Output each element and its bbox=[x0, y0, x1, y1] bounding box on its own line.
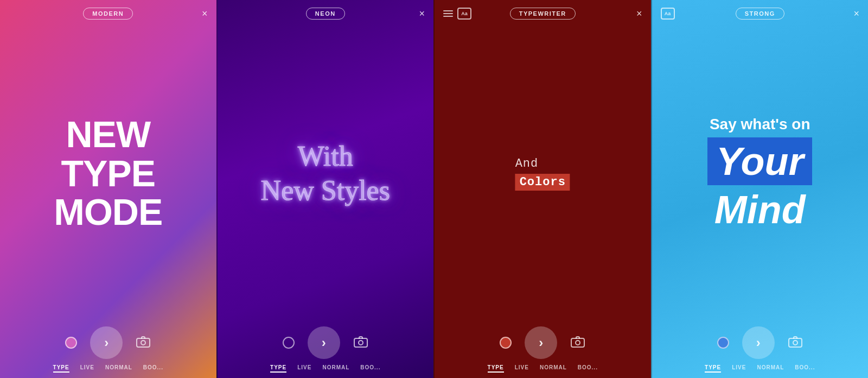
strong-highlight-box: Your bbox=[707, 137, 812, 185]
panel-typewriter: Aa TYPEWRITER × And Colors › TYPE LIVE N… bbox=[433, 0, 651, 378]
bottom-controls-neon: › bbox=[218, 320, 434, 362]
nav-boomerang-strong[interactable]: BOO... bbox=[795, 364, 815, 373]
and-text: And bbox=[515, 157, 570, 171]
next-icon-modern: › bbox=[104, 335, 108, 350]
color-dot-strong[interactable] bbox=[717, 337, 729, 349]
top-bar-neon: NEON × bbox=[218, 0, 434, 27]
nav-normal-modern[interactable]: NORMAL bbox=[105, 364, 132, 373]
strong-subtitle: Say what's on bbox=[707, 116, 812, 133]
camera-icon-modern[interactable] bbox=[136, 337, 151, 349]
next-button-strong[interactable]: › bbox=[742, 326, 775, 359]
color-dot-modern[interactable] bbox=[65, 337, 77, 349]
strong-main-text: Your bbox=[716, 140, 803, 183]
panel-neon: NEON × With New Styles › TYPE LIVE NORMA… bbox=[216, 0, 434, 378]
next-icon-neon: › bbox=[322, 335, 326, 350]
nav-live-typewriter[interactable]: LIVE bbox=[515, 364, 529, 373]
style-badge-strong: STRONG bbox=[736, 8, 784, 20]
next-icon-strong: › bbox=[756, 335, 761, 350]
close-button-strong[interactable]: × bbox=[853, 9, 859, 18]
close-button-neon[interactable]: × bbox=[419, 9, 425, 18]
close-button-typewriter[interactable]: × bbox=[636, 9, 642, 18]
nav-boomerang-neon[interactable]: BOO... bbox=[360, 364, 380, 373]
content-typewriter: And Colors bbox=[435, 27, 651, 320]
nav-type-neon[interactable]: TYPE bbox=[270, 364, 286, 373]
next-button-typewriter[interactable]: › bbox=[525, 326, 557, 359]
main-text-neon: With New Styles bbox=[261, 140, 390, 207]
bottom-nav-neon: TYPE LIVE NORMAL BOO... bbox=[218, 362, 434, 378]
nav-live-strong[interactable]: LIVE bbox=[732, 364, 746, 373]
nav-live-neon[interactable]: LIVE bbox=[297, 364, 311, 373]
nav-type-modern[interactable]: TYPE bbox=[53, 364, 69, 373]
color-dot-neon[interactable] bbox=[283, 337, 295, 349]
top-icons-typewriter: Aa bbox=[443, 8, 471, 20]
camera-icon-neon[interactable] bbox=[353, 337, 368, 349]
next-button-neon[interactable]: › bbox=[308, 326, 340, 359]
nav-boomerang-modern[interactable]: BOO... bbox=[143, 364, 163, 373]
camera-icon-typewriter[interactable] bbox=[570, 337, 585, 349]
top-bar-strong: Aa STRONG × bbox=[652, 0, 869, 27]
colors-text: Colors bbox=[515, 174, 570, 191]
aa-icon-strong: Aa bbox=[661, 8, 675, 20]
bottom-controls-strong: › bbox=[652, 320, 869, 362]
main-text-typewriter: And Colors bbox=[515, 157, 570, 191]
bottom-controls-modern: › bbox=[0, 320, 216, 362]
bottom-controls-typewriter: › bbox=[435, 320, 651, 362]
style-badge-typewriter: TYPEWRITER bbox=[510, 8, 576, 20]
panel-modern: MODERN × NEW TYPE MODE › TYPE LIVE NORMA… bbox=[0, 0, 216, 378]
nav-normal-typewriter[interactable]: NORMAL bbox=[540, 364, 567, 373]
bottom-nav-typewriter: TYPE LIVE NORMAL BOO... bbox=[435, 362, 651, 378]
aa-icon-typewriter: Aa bbox=[457, 8, 471, 20]
nav-normal-neon[interactable]: NORMAL bbox=[322, 364, 349, 373]
next-icon-typewriter: › bbox=[539, 335, 543, 350]
color-dot-typewriter[interactable] bbox=[500, 337, 512, 349]
top-bar-modern: MODERN × bbox=[0, 0, 216, 27]
close-button-modern[interactable]: × bbox=[202, 9, 208, 18]
main-text-modern: NEW TYPE MODE bbox=[54, 115, 162, 231]
top-icons-strong: Aa bbox=[661, 8, 675, 20]
nav-normal-strong[interactable]: NORMAL bbox=[757, 364, 784, 373]
bottom-nav-modern: TYPE LIVE NORMAL BOO... bbox=[0, 362, 216, 378]
style-badge-neon: NEON bbox=[306, 8, 345, 20]
lines-icon-typewriter bbox=[443, 10, 453, 17]
panel-strong: Aa STRONG × Say what's on Your Mind › TY… bbox=[651, 0, 869, 378]
nav-boomerang-typewriter[interactable]: BOO... bbox=[578, 364, 598, 373]
nav-type-typewriter[interactable]: TYPE bbox=[488, 364, 504, 373]
nav-live-modern[interactable]: LIVE bbox=[80, 364, 94, 373]
content-modern: NEW TYPE MODE bbox=[0, 27, 216, 320]
style-badge-modern: MODERN bbox=[83, 8, 133, 20]
nav-type-strong[interactable]: TYPE bbox=[705, 364, 721, 373]
content-strong: Say what's on Your Mind bbox=[652, 27, 869, 320]
bottom-nav-strong: TYPE LIVE NORMAL BOO... bbox=[652, 362, 869, 378]
main-text-strong: Say what's on Your Mind bbox=[707, 116, 812, 232]
content-neon: With New Styles bbox=[218, 27, 434, 320]
camera-icon-strong[interactable] bbox=[788, 337, 803, 349]
next-button-modern[interactable]: › bbox=[90, 326, 123, 359]
strong-sub-text: Mind bbox=[707, 187, 812, 232]
top-bar-typewriter: Aa TYPEWRITER × bbox=[435, 0, 651, 27]
